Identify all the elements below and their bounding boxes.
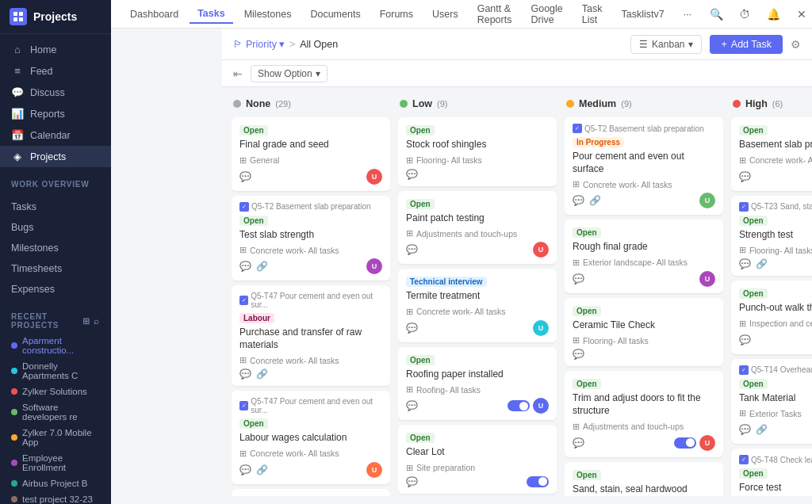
toolbar: 🏳 Priority ▾ > All Open ☰ Kanban ▾ + Add… xyxy=(222,29,812,60)
card-badge: Open xyxy=(406,125,435,136)
card[interactable]: OpenRough final grade ⊞ Exterior landsca… xyxy=(565,220,723,293)
comment-icon[interactable]: 💬 xyxy=(239,171,251,182)
card[interactable]: OpenStock roof shingles ⊞ Flooring- All … xyxy=(398,117,557,186)
col-title-high: High xyxy=(745,98,768,109)
filter-icon[interactable]: ⚙ xyxy=(791,38,801,51)
priority-filter[interactable]: 🏳 Priority ▾ xyxy=(233,38,285,50)
add-task-button[interactable]: + Add Task xyxy=(710,35,783,54)
link-icon[interactable]: 🔗 xyxy=(256,368,268,380)
card-footer: 💬 🔗 U xyxy=(239,462,382,478)
sidebar-nav: ⌂Home ≡Feed 💬Discuss 📊Reports 📅Calendar … xyxy=(0,34,111,172)
search-project-icon[interactable]: ⌕ xyxy=(94,316,100,326)
kanban-col-none: None (29) OpenFinal grade and seed ⊞ Gen… xyxy=(232,95,390,496)
card-footer: 💬 U xyxy=(406,398,549,414)
card[interactable]: Recruitment processHardware import ⊞ Har… xyxy=(232,489,390,496)
comment-icon[interactable]: 💬 xyxy=(739,334,751,346)
comment-icon[interactable]: 💬 xyxy=(406,400,418,411)
card[interactable]: ✓ Q5-T2 Basement slab preparation OpenTe… xyxy=(232,196,390,281)
link-icon[interactable]: 🔗 xyxy=(756,424,768,435)
comment-icon[interactable]: 💬 xyxy=(406,169,418,180)
col-cards-low: OpenStock roof shingles ⊞ Flooring- All … xyxy=(398,117,557,496)
card[interactable]: OpenFinal grade and seed ⊞ General 💬 U xyxy=(232,117,390,191)
card-badge: Labour xyxy=(239,313,274,323)
sidebar-item-tasks[interactable]: Tasks xyxy=(0,197,111,217)
card[interactable]: OpenTrim and adjust doors to fit the str… xyxy=(565,371,723,456)
card[interactable]: ✓ Q5-T47 Pour cement and even out sur...… xyxy=(232,391,390,484)
card[interactable]: ✓ Q5-T48 Check leakages OpenForce test ⊞… xyxy=(731,449,812,496)
sidebar-item-calendar[interactable]: 📅Calendar xyxy=(0,124,111,146)
comment-icon[interactable]: 💬 xyxy=(739,424,751,435)
comment-icon[interactable]: 💬 xyxy=(406,476,418,487)
toggle[interactable] xyxy=(674,437,696,449)
comment-icon[interactable]: 💬 xyxy=(739,171,751,182)
comment-icon[interactable]: 💬 xyxy=(739,258,751,269)
sidebar-item-expenses[interactable]: Expenses xyxy=(0,279,111,300)
card[interactable]: OpenPaint patch testing ⊞ Adjustments an… xyxy=(398,191,557,265)
card[interactable]: OpenPunch-out walk through list ⊞ Inspec… xyxy=(731,281,812,354)
svg-rect-2 xyxy=(13,17,17,21)
card[interactable]: Technical interviewTermite treatment ⊞ C… xyxy=(398,269,557,342)
sidebar-item-milestones[interactable]: Milestones xyxy=(0,238,111,258)
card-footer: 💬 U xyxy=(573,435,715,451)
comment-icon[interactable]: 💬 xyxy=(573,437,584,449)
card[interactable]: ✓ Q5-T23 Sand, stain, seal hardwood Open… xyxy=(731,196,812,277)
card[interactable]: ✓ Q5-T2 Basement slab preparation In Pro… xyxy=(565,117,723,215)
task-id-icon: ✓ xyxy=(239,401,248,410)
comment-icon[interactable]: 💬 xyxy=(239,368,251,380)
recent-project-enroll[interactable]: Employee Enrollment xyxy=(0,450,111,475)
sidebar-item-feed[interactable]: ≡Feed xyxy=(0,60,111,82)
kanban-toggle[interactable]: ☰ Kanban ▾ xyxy=(630,35,702,54)
recent-project-zylker[interactable]: Zylker Solutions xyxy=(0,384,111,399)
sidebar-logo[interactable]: Projects xyxy=(0,0,111,34)
card-task-id: ✓ Q5-T2 Basement slab preparation xyxy=(239,202,382,212)
show-option-button[interactable]: Show Option ▾ xyxy=(251,65,327,82)
comment-icon[interactable]: 💬 xyxy=(406,323,418,334)
comment-icon[interactable]: 💬 xyxy=(573,273,584,284)
card[interactable]: OpenClear Lot ⊞ Site preparation 💬 xyxy=(398,425,557,494)
toggle[interactable] xyxy=(508,400,530,411)
recent-project-apt[interactable]: Aparment constructio... xyxy=(0,333,111,358)
comment-icon[interactable]: 💬 xyxy=(239,464,251,475)
projects-icon: ◈ xyxy=(11,151,24,162)
card-footer: 💬 🔗 xyxy=(739,258,812,269)
card-footer-icons: 💬 🔗 xyxy=(739,424,768,435)
card[interactable]: OpenSand, stain, seal hardwood ⊞ Floorin… xyxy=(565,462,723,496)
card-badge: Open xyxy=(739,125,768,136)
card-footer: 💬 🔗 U xyxy=(239,258,382,274)
card[interactable]: OpenBasement slab preparation ⊞ Concrete… xyxy=(731,117,812,191)
card[interactable]: OpenRoofing paper installed ⊞ Roofing- A… xyxy=(398,347,557,421)
recent-project-airbus[interactable]: Airbus Project B xyxy=(0,475,111,491)
link-icon[interactable]: 🔗 xyxy=(756,258,768,269)
link-icon[interactable]: 🔗 xyxy=(256,261,268,272)
comment-icon[interactable]: 💬 xyxy=(573,195,584,206)
card-footer-icons: 💬 🔗 xyxy=(239,464,268,475)
sidebar-item-reports[interactable]: 📊Reports xyxy=(0,103,111,124)
collapse-button[interactable]: ⇤ xyxy=(233,67,243,80)
card[interactable]: ✓ Q5-T14 Overhead Tank OpenTank Material… xyxy=(731,359,812,445)
sidebar-item-discuss[interactable]: 💬Discuss xyxy=(0,82,111,103)
sidebar-item-bugs[interactable]: Bugs xyxy=(0,217,111,238)
recent-project-test1[interactable]: test project 32-23 xyxy=(0,491,111,504)
card-footer-icons: 💬 xyxy=(406,244,418,255)
comment-icon[interactable]: 💬 xyxy=(573,349,584,360)
card[interactable]: OpenCeramic Tile Check ⊞ Flooring- All t… xyxy=(565,298,723,367)
card-footer-icons: 💬 xyxy=(573,273,584,284)
link-icon[interactable]: 🔗 xyxy=(256,464,268,475)
recent-project-donnelly[interactable]: Donnelly Apartments C xyxy=(0,358,111,384)
comment-icon[interactable]: 💬 xyxy=(406,244,418,255)
card-task-id: ✓ Q5-T2 Basement slab preparation xyxy=(573,124,715,133)
col-dot-medium xyxy=(566,100,574,108)
task-meta-icon: ⊞ xyxy=(739,245,746,255)
sidebar-item-projects[interactable]: ◈Projects xyxy=(0,146,111,167)
card-badge: In Progress xyxy=(573,137,624,147)
recent-project-software[interactable]: Software developers re xyxy=(0,399,111,425)
sidebar-item-home[interactable]: ⌂Home xyxy=(0,39,111,60)
card[interactable]: ✓ Q5-T47 Pour cement and even out sur...… xyxy=(232,285,390,386)
sidebar-item-timesheets[interactable]: Timesheets xyxy=(0,258,111,279)
work-overview-title: WORK OVERVIEW xyxy=(0,172,111,192)
toggle[interactable] xyxy=(527,476,549,487)
comment-icon[interactable]: 💬 xyxy=(239,261,251,272)
link-icon[interactable]: 🔗 xyxy=(589,195,601,206)
add-project-icon[interactable]: ⊞ xyxy=(82,316,90,326)
recent-project-mobile[interactable]: Zylker 7.0 Mobile App xyxy=(0,425,111,450)
